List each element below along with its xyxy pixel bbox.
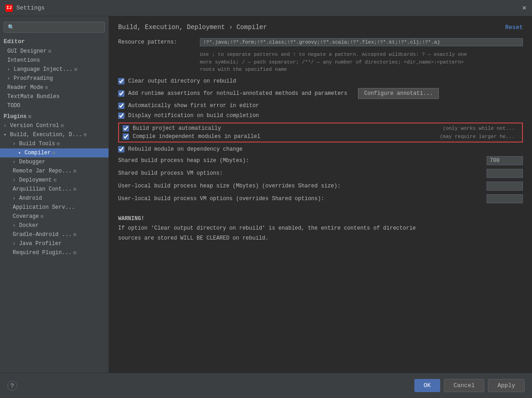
settings-icon5: ⊞ (61, 123, 64, 128)
editor-section-header: Editor (0, 36, 109, 47)
sidebar-item-label: Reader Mode (7, 84, 43, 91)
settings-icon11: ⊞ (74, 187, 76, 192)
clear-output-label: Clear output directory on rebuild (128, 78, 236, 84)
sidebar-item-label: Docker (19, 222, 39, 229)
sidebar-item-label: Coverage (13, 213, 39, 220)
window-title: Settings (16, 5, 45, 11)
sidebar-item-proofreading[interactable]: › Proofreading (0, 74, 109, 83)
sidebar-item-label: Deployment (19, 177, 52, 183)
content-header: Build, Execution, Deployment › Compiler … (118, 24, 523, 31)
sidebar-item-build-execution[interactable]: ▾ Build, Execution, D... ⊞ (0, 130, 109, 139)
resource-patterns-label: Resource patterns: (118, 38, 200, 45)
ok-button[interactable]: OK (414, 379, 441, 392)
bottom-bar: ? OK Cancel Apply (0, 373, 532, 398)
shared-heap-row: Shared build process heap size (Mbytes): (118, 156, 523, 165)
title-bar: IJ Settings ✕ (0, 0, 532, 16)
sidebar-item-label: GUI Designer (7, 48, 46, 54)
sidebar-item-version-control[interactable]: › Version Control ⊞ (0, 121, 109, 130)
sidebar-item-label: Build, Execution, D... (10, 132, 82, 138)
sidebar-item-label: TODO (7, 103, 20, 109)
configure-annotation-button[interactable]: Configure annotati... (358, 88, 438, 99)
sidebar-item-build-tools[interactable]: › Build Tools ⊞ (0, 139, 109, 148)
breadcrumb: Build, Execution, Deployment › Compiler (118, 24, 267, 31)
shared-vm-label: Shared build process VM options: (118, 170, 487, 177)
sidebar-item-label: Arquillian Cont... (13, 186, 72, 192)
local-vm-input[interactable] (487, 194, 523, 203)
parallel-label: Compile independent modules in parallel (133, 133, 260, 140)
sidebar-item-reader-mode[interactable]: Reader Mode ⊞ (0, 83, 109, 92)
rebuild-module-label: Rebuild module on dependency change (128, 146, 243, 152)
apply-button[interactable]: Apply (488, 379, 525, 392)
parallel-compile-row: Compile independent modules in parallel … (123, 133, 518, 140)
rebuild-module-row: Rebuild module on dependency change (118, 146, 523, 152)
settings-icon10: ⊞ (54, 177, 56, 183)
sidebar-item-label: Remote Jar Repo... (13, 168, 72, 174)
shared-heap-label: Shared build process heap size (Mbytes): (118, 157, 487, 164)
build-auto-note: (only works while not... (443, 126, 518, 131)
first-error-row: Automatically show first error in editor (118, 103, 523, 109)
help-button[interactable]: ? (7, 381, 17, 391)
shared-heap-input[interactable] (487, 156, 523, 165)
settings-icon13: ⊞ (74, 232, 76, 237)
close-button[interactable]: ✕ (522, 5, 527, 12)
sidebar-item-coverage[interactable]: Coverage ⊞ (0, 212, 109, 221)
first-error-checkbox[interactable] (118, 103, 124, 109)
sidebar-item-remote-jar[interactable]: Remote Jar Repo... ⊞ (0, 167, 109, 176)
sidebar-item-gui-designer[interactable]: GUI Designer ⊞ (0, 47, 109, 56)
sidebar-item-java-profiler[interactable]: › Java Profiler (0, 239, 109, 248)
sidebar-item-language-inject[interactable]: › Language Inject... ⊞ (0, 65, 109, 74)
sidebar-item-plugins[interactable]: Plugins ⊞ (0, 112, 109, 121)
sidebar-item-arquillian[interactable]: Arquillian Cont... ⊞ (0, 185, 109, 194)
shared-vm-row: Shared build process VM options: (118, 169, 523, 178)
reset-button[interactable]: Reset (505, 24, 523, 31)
sidebar-item-gradle-android[interactable]: Gradle-Android ... ⊞ (0, 230, 109, 239)
local-vm-row: User-local build process VM options (ove… (118, 194, 523, 203)
resource-patterns-input[interactable] (200, 38, 523, 46)
local-heap-input[interactable] (487, 182, 523, 191)
app-icon: IJ (5, 5, 13, 12)
runtime-assertions-checkbox[interactable] (118, 90, 124, 97)
shared-vm-input[interactable] (487, 169, 523, 178)
settings-icon9: ⊞ (74, 168, 76, 174)
sidebar-item-deployment[interactable]: › Deployment ⊞ (0, 176, 109, 185)
resource-patterns-hint: Use ; to separate patterns and ! to nega… (200, 51, 523, 74)
notification-label: Display notification on build completion (128, 113, 259, 119)
cancel-button[interactable]: Cancel (444, 379, 484, 392)
settings-icon6: ⊞ (84, 132, 86, 138)
sidebar-item-label: Compiler (25, 150, 51, 156)
warning-box: WARNING! If option 'Clear output directo… (118, 214, 523, 244)
settings-icon12: ⊞ (41, 214, 44, 219)
local-heap-label: User-local build process heap size (Mbyt… (118, 183, 487, 189)
parallel-note: (may require larger he... (440, 134, 518, 139)
clear-output-row: Clear output directory on rebuild (118, 78, 523, 84)
sidebar-item-todo[interactable]: TODO (0, 101, 109, 110)
rebuild-module-checkbox[interactable] (118, 146, 124, 152)
notification-checkbox[interactable] (118, 113, 124, 119)
settings-icon: ⊞ (48, 49, 51, 54)
runtime-assertions-label: Add runtime assertions for notnull-annot… (128, 90, 347, 97)
sidebar-item-label: Plugins (4, 113, 26, 120)
sidebar-item-debugger[interactable]: › Debugger (0, 157, 109, 167)
sidebar-item-required-plugin[interactable]: Required Plugin... ⊞ (0, 248, 109, 257)
settings-icon8: ⊞ (53, 150, 55, 156)
settings-icon7: ⊞ (57, 141, 60, 147)
sidebar-item-compiler[interactable]: ▾ Compiler ⊞ (0, 148, 109, 157)
warning-title: WARNING! (118, 214, 523, 224)
parallel-checkbox[interactable] (123, 133, 129, 140)
settings-icon2: ⊞ (75, 67, 77, 72)
sidebar-item-android[interactable]: › Android (0, 194, 109, 203)
search-input[interactable] (4, 22, 105, 33)
resource-patterns-row: Resource patterns: (118, 38, 523, 46)
sidebar: Editor GUI Designer ⊞ Intentions › Langu… (0, 16, 109, 373)
sidebar-item-textmate[interactable]: TextMate Bundles (0, 92, 109, 101)
build-auto-label: Build project automatically (133, 125, 221, 132)
sidebar-item-app-server[interactable]: Application Serv... (0, 203, 109, 212)
clear-output-checkbox[interactable] (118, 78, 124, 84)
build-auto-checkbox[interactable] (123, 125, 129, 132)
sidebar-item-label: Version Control (10, 123, 59, 129)
sidebar-item-intentions[interactable]: Intentions (0, 56, 109, 65)
sidebar-item-docker[interactable]: › Docker (0, 221, 109, 230)
warning-text: If option 'Clear output directory on reb… (118, 224, 523, 243)
sidebar-item-label: Gradle-Android ... (13, 231, 72, 238)
local-vm-label: User-local build process VM options (ove… (118, 196, 487, 202)
